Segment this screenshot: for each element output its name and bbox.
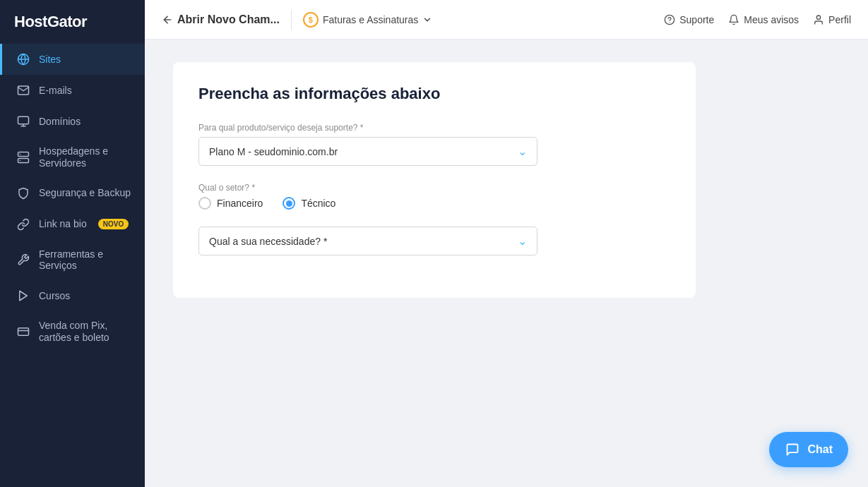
sidebar-item-cursos-label: Cursos (39, 290, 70, 302)
server-icon (16, 150, 30, 164)
need-select[interactable]: Qual a sua necessidade? * ⌄ (198, 227, 537, 255)
radio-tecnico-btn (283, 197, 295, 210)
svg-point-15 (816, 16, 820, 19)
sidebar-item-seguranca-label: Segurança e Backup (39, 187, 131, 199)
form-title: Preencha as informações abaixo (198, 85, 670, 103)
tools-icon (16, 253, 30, 267)
need-placeholder: Qual a sua necessidade? * (209, 236, 327, 247)
sidebar-item-venda-label: Venda com Pix, cartões e boleto (39, 320, 131, 344)
sidebar-item-venda[interactable]: Venda com Pix, cartões e boleto (0, 311, 145, 352)
back-button[interactable]: Abrir Novo Cham... (162, 13, 280, 26)
question-circle-icon (664, 14, 675, 25)
product-label: Para qual produto/serviço deseja suporte… (198, 123, 670, 133)
support-button[interactable]: Suporte (664, 14, 714, 25)
sidebar-item-emails[interactable]: E-mails (0, 75, 145, 106)
notices-label: Meus avisos (744, 14, 799, 25)
back-label: Abrir Novo Cham... (177, 13, 280, 26)
chevron-down-icon (422, 15, 432, 25)
product-chevron-icon: ⌄ (518, 145, 527, 158)
radio-financeiro[interactable]: Financeiro (198, 197, 263, 210)
sidebar-item-linknabio[interactable]: Link na bio NOVO (0, 209, 145, 240)
sidebar-item-ferramentas-label: Ferramentas e Serviços (39, 248, 131, 272)
novo-badge: NOVO (98, 219, 129, 229)
chat-label: Chat (807, 443, 833, 456)
sidebar-item-sites[interactable]: Sites (0, 44, 145, 75)
svg-rect-10 (18, 328, 29, 336)
back-arrow-icon (162, 14, 173, 25)
sidebar-item-dominios[interactable]: Domínios (0, 106, 145, 137)
notices-button[interactable]: Meus avisos (728, 14, 799, 25)
sidebar-item-hospedagens-label: Hospedagens e Servidores (39, 145, 131, 169)
radio-tecnico-label: Técnico (301, 198, 335, 209)
topbar-divider (291, 10, 292, 30)
support-label: Suporte (679, 14, 714, 25)
form-card: Preencha as informações abaixo Para qual… (173, 62, 696, 298)
need-chevron-icon: ⌄ (518, 234, 527, 248)
shield-icon (16, 186, 30, 200)
product-value: Plano M - seudominio.com.br (209, 146, 338, 157)
faturas-label: Faturas e Assinaturas (323, 14, 418, 25)
topbar-right: Suporte Meus avisos Perfil (664, 14, 851, 25)
radio-financeiro-label: Financeiro (217, 198, 263, 209)
courses-icon (16, 289, 30, 303)
topbar: Abrir Novo Cham... $ Faturas e Assinatur… (145, 0, 868, 40)
sidebar: HostGator Sites E-mails Domínios Hospeda… (0, 0, 145, 487)
chat-bubble-icon (785, 442, 800, 457)
product-select[interactable]: Plano M - seudominio.com.br ⌄ (198, 137, 537, 166)
chat-button[interactable]: Chat (769, 432, 848, 467)
sidebar-item-ferramentas[interactable]: Ferramentas e Serviços (0, 240, 145, 281)
faturas-nav[interactable]: $ Faturas e Assinaturas (303, 12, 432, 28)
svg-rect-2 (18, 116, 29, 124)
sidebar-item-linknabio-label: Link na bio (39, 218, 87, 230)
sidebar-item-seguranca[interactable]: Segurança e Backup (0, 178, 145, 209)
sidebar-item-emails-label: E-mails (39, 85, 72, 97)
radio-tecnico[interactable]: Técnico (283, 197, 335, 210)
payment-icon (16, 325, 30, 339)
radio-group: Financeiro Técnico (198, 197, 670, 210)
need-group: Qual a sua necessidade? * ⌄ (198, 227, 670, 255)
bell-icon (728, 14, 739, 25)
svg-marker-9 (20, 291, 28, 301)
profile-label: Perfil (828, 14, 851, 25)
product-group: Para qual produto/serviço deseja suporte… (198, 123, 670, 166)
domain-icon (16, 114, 30, 128)
sector-group: Qual o setor? * Financeiro Técnico (198, 183, 670, 210)
mail-icon (16, 83, 30, 97)
main-content: Abrir Novo Cham... $ Faturas e Assinatur… (145, 0, 868, 487)
content-area: Preencha as informações abaixo Para qual… (145, 40, 868, 487)
link-icon (16, 217, 30, 232)
faturas-icon: $ (303, 12, 319, 28)
profile-button[interactable]: Perfil (813, 14, 851, 25)
user-icon (813, 14, 824, 25)
sidebar-item-sites-label: Sites (39, 54, 61, 66)
logo: HostGator (0, 0, 145, 44)
radio-financeiro-btn (198, 197, 211, 210)
sector-label: Qual o setor? * (198, 183, 670, 193)
sidebar-item-dominios-label: Domínios (39, 116, 81, 128)
sidebar-item-cursos[interactable]: Cursos (0, 280, 145, 311)
globe-icon (16, 52, 30, 66)
sidebar-item-hospedagens[interactable]: Hospedagens e Servidores (0, 137, 145, 178)
